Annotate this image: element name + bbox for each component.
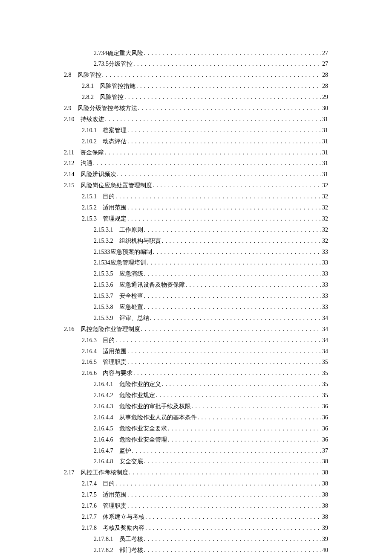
toc-title: 组织机构与职责: [119, 236, 161, 246]
toc-page-number: 38: [322, 512, 328, 522]
toc-number: 2.16.3: [82, 336, 97, 345]
toc-page-number: 32: [322, 192, 328, 201]
toc-title: 适用范围: [103, 203, 127, 212]
toc-title: 风险管控措施: [100, 81, 135, 91]
toc-gap: [97, 347, 103, 356]
toc-gap: [97, 501, 103, 511]
toc-title: 考核及奖励内容: [103, 523, 144, 533]
toc-number: 2.14: [64, 170, 75, 179]
toc-gap: [113, 391, 119, 400]
toc-title: 危险作业规定: [119, 391, 155, 400]
toc-number: 2.16.4.2: [94, 391, 113, 400]
toc-gap: [113, 402, 119, 411]
toc-entry: 2.16.4.8 安全交底38: [64, 457, 328, 466]
toc-page: 2.734 确定重大风险 272.73.5 分级管控272.8 风险管控282.…: [0, 0, 392, 555]
toc-title: 风险岗位应急处置管理制度: [81, 181, 152, 190]
toc-page-number: 38: [322, 457, 328, 466]
toc-title: 风控工作考核制度: [81, 468, 128, 477]
toc-leader-dots: [136, 81, 321, 91]
toc-page-number: 27: [322, 59, 328, 69]
toc-title: 体系建立与考核: [103, 512, 144, 522]
toc-page-number: 36: [322, 413, 328, 422]
toc-page-number: 33: [322, 247, 328, 257]
toc-gap: [113, 280, 119, 290]
toc-page-number: 36: [322, 435, 328, 445]
toc-page-number: 36: [322, 424, 328, 433]
toc-number: 2.16.6: [82, 369, 97, 378]
toc-number: 2.17.6: [82, 501, 97, 511]
toc-leader-dots: [102, 70, 322, 80]
toc-page-number: 30: [322, 104, 328, 113]
toc-title: 应急处置: [119, 302, 143, 312]
toc-title: 管理职责: [103, 501, 127, 511]
toc-title: 风险分级管控考核方法: [78, 104, 137, 113]
toc-leader-dots: [127, 214, 321, 224]
toc-page-number: 35: [322, 380, 328, 389]
toc-entry: 2.15.3.5 应急演练33: [64, 269, 328, 279]
toc-number: 2.16.4.7: [94, 446, 113, 456]
toc-entry: 2.16.4 适用范围34: [64, 347, 328, 356]
toc-entry: 2.9 风险分级管控考核方法30: [64, 104, 328, 113]
toc-entry: 2.73.5 分级管控27: [64, 59, 328, 69]
toc-page-number: 31: [322, 148, 328, 157]
toc-number: 2.17.8.1: [94, 535, 113, 544]
toc-page-number: 38: [322, 490, 328, 500]
toc-title: 评审、总结: [119, 314, 149, 323]
toc-gap: [97, 126, 103, 135]
toc-entry: 2.11 资金保障31: [64, 148, 328, 157]
toc-entry: 2.15.3.1 工作原则32: [64, 225, 328, 235]
toc-entry: 2.15.3.7 安全检查33: [64, 291, 328, 301]
toc-gap: [113, 446, 119, 456]
toc-number: 2.11: [64, 148, 74, 157]
toc-leader-dots: [127, 357, 321, 367]
toc-title: 目的: [103, 336, 115, 345]
toc-number: 2.734: [94, 49, 107, 58]
toc-leader-dots: [162, 236, 322, 246]
toc-entry: 2.14 风险辨识频次31: [64, 170, 328, 179]
toc-title: 危险作业安全要求: [119, 424, 167, 433]
toc-leader-dots: [198, 413, 322, 422]
toc-page-number: 39: [322, 535, 328, 544]
toc-gap: [75, 468, 81, 477]
toc-gap: [113, 269, 119, 279]
toc-entry: 2.15.3.2 组织机构与职责32: [64, 236, 328, 246]
toc-number: 2.15.3: [82, 214, 97, 224]
toc-gap: [97, 369, 103, 378]
toc-entry: 2.8.2 风险管控29: [64, 93, 328, 102]
toc-gap: [97, 137, 103, 146]
toc-page-number: 28: [322, 70, 328, 80]
toc-number: 2.15.3.1: [94, 225, 113, 235]
toc-page-number: 38: [322, 501, 328, 511]
toc-number: 2.9: [64, 104, 72, 113]
toc-gap: [97, 203, 103, 212]
toc-title: 目的: [103, 479, 115, 488]
toc-leader-dots: [144, 49, 322, 58]
toc-number: 2.17.8: [82, 523, 97, 533]
toc-title: 动态评估: [103, 137, 127, 146]
toc-title: 分级管控: [109, 59, 133, 69]
toc-leader-dots: [153, 247, 322, 257]
toc-gap: [75, 170, 81, 179]
toc-entry: 2.15 风险岗位应急处置管理制度32: [64, 181, 328, 190]
toc-title: 风险管控: [100, 93, 124, 102]
toc-gap: [75, 159, 81, 168]
toc-title: 适用范围: [103, 347, 127, 356]
toc-leader-dots: [124, 93, 321, 102]
toc-number: 2.16.4.1: [94, 380, 113, 389]
toc-gap: [113, 291, 119, 301]
toc-entry: 2.734 确定重大风险 27: [64, 49, 328, 58]
toc-gap: [113, 535, 119, 544]
toc-entry: 2.16.5 管理职责35: [64, 357, 328, 367]
toc-entry: 2.16.4.1 危险作业的定义35: [64, 380, 328, 389]
toc-entry: 2.17.8 考核及奖励内容39: [64, 523, 328, 533]
toc-gap: [113, 424, 119, 433]
toc-number: 2.8: [64, 70, 72, 80]
toc-title: 资金保障: [80, 148, 104, 157]
toc-number: 2.15.3.8: [94, 302, 113, 312]
toc-page-number: 38: [322, 468, 328, 477]
toc-title: 适用范围: [103, 490, 127, 500]
toc-page-number: 37: [322, 446, 328, 456]
toc-page-number: 32: [322, 236, 328, 246]
toc-gap: [113, 457, 119, 466]
toc-entry: 2.16.4.5 危险作业安全要求36: [64, 424, 328, 433]
